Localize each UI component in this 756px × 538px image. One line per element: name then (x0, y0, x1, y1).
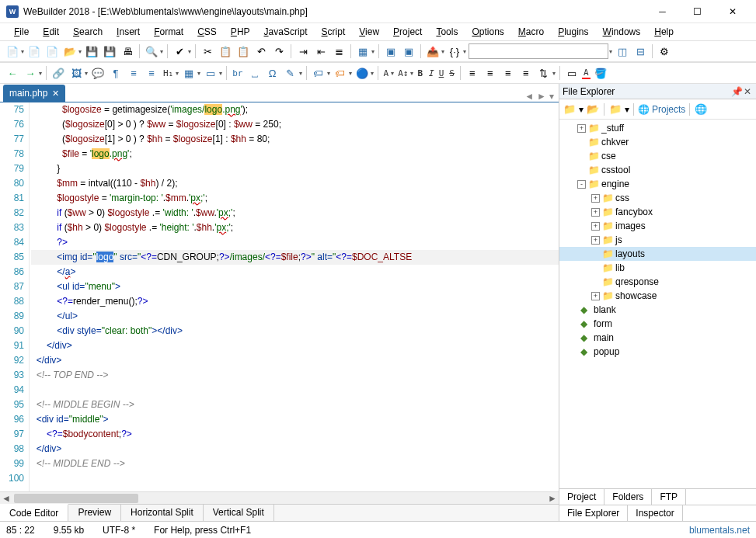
split-h-icon[interactable]: ◫ (615, 43, 630, 59)
code-editor[interactable]: 7576777879808182838485868788899091929394… (0, 102, 559, 491)
nbsp-icon[interactable]: ⎵ (247, 65, 263, 81)
folder-up-icon[interactable]: 📁 (563, 102, 577, 116)
side-tab-ftp[interactable]: FTP (652, 489, 686, 505)
upload-icon[interactable]: 📤 (425, 43, 441, 59)
menu-php[interactable]: PHP (225, 25, 256, 39)
tag-combo[interactable] (469, 43, 608, 59)
tree-folder-showcase[interactable]: +📁showcase (559, 289, 756, 303)
list-ul-icon[interactable]: ≡ (126, 65, 141, 81)
label2-icon[interactable]: 🏷 (333, 65, 348, 81)
mode-tab-code-editor[interactable]: Code Editor (0, 504, 68, 521)
font-a-icon[interactable]: A (382, 68, 391, 78)
forward-icon[interactable]: → (23, 65, 38, 81)
projects-button[interactable]: 🌐 Projects (638, 104, 685, 115)
new-icon[interactable]: 📄 (5, 43, 20, 59)
tree-folder-qresponse[interactable]: 📁qresponse (559, 275, 756, 289)
menu-options[interactable]: Options (465, 25, 510, 39)
close-button[interactable]: ✕ (715, 0, 750, 23)
align-justify-icon[interactable]: ≡ (518, 65, 534, 81)
tab-prev-icon[interactable]: ◄ (524, 91, 534, 102)
tree-folder-js[interactable]: +📁js (559, 233, 756, 247)
italic-icon[interactable]: I (427, 68, 435, 78)
side-tab-folders[interactable]: Folders (604, 489, 652, 505)
strike-icon[interactable]: S (448, 68, 456, 78)
menu-macro[interactable]: Macro (512, 25, 550, 39)
h-scrollbar[interactable]: ◄► (0, 491, 559, 504)
tree-file-form[interactable]: ◆form (559, 317, 756, 331)
comment-icon[interactable]: 💬 (90, 65, 106, 81)
mode-tab-horizontal-split[interactable]: Horizontal Split (121, 505, 204, 521)
minimize-button[interactable]: ─ (645, 0, 680, 23)
menu-edit[interactable]: Edit (37, 25, 65, 39)
folder-open-icon[interactable]: 📂 (586, 102, 600, 116)
back-icon[interactable]: ← (5, 65, 20, 81)
pilcrow-icon[interactable]: ¶ (108, 65, 124, 81)
tree-folder-cse[interactable]: 📁cse (559, 149, 756, 163)
folder-tree[interactable]: +📁_stuff📁chkver📁cse📁csstool-📁engine+📁css… (559, 120, 756, 488)
tab-next-icon[interactable]: ► (537, 91, 546, 102)
bookmark2-icon[interactable]: ▣ (401, 43, 416, 59)
indent-icon[interactable]: ⇥ (295, 43, 311, 59)
label-icon[interactable]: 🏷 (311, 65, 326, 81)
tree-folder-lib[interactable]: 📁lib (559, 261, 756, 275)
menu-search[interactable]: Search (67, 25, 109, 39)
fill-icon[interactable]: 🪣 (593, 65, 608, 81)
mode-tab-preview[interactable]: Preview (68, 505, 121, 521)
tab-main-php[interactable]: main.php ✕ (3, 85, 65, 102)
panel-close-icon[interactable]: ✕ (742, 86, 753, 97)
copy-icon[interactable]: 📋 (218, 43, 233, 59)
tab-list-icon[interactable]: ▾ (549, 91, 554, 102)
search-icon[interactable]: 🔍 (144, 43, 159, 59)
save-all-icon[interactable]: 💾 (102, 43, 117, 59)
settings-icon[interactable]: ⚙ (657, 43, 672, 59)
heading-label[interactable]: H₁ (162, 68, 175, 78)
cut-icon[interactable]: ✂ (200, 43, 215, 59)
align-right-icon[interactable]: ≡ (500, 65, 516, 81)
menu-css[interactable]: CSS (191, 25, 223, 39)
new-template-icon[interactable]: 📄 (26, 43, 42, 59)
menu-script[interactable]: Script (315, 25, 352, 39)
underline-icon[interactable]: U (437, 68, 446, 78)
save-icon[interactable]: 💾 (84, 43, 99, 59)
tree-folder-_stuff[interactable]: +📁_stuff (559, 121, 756, 135)
globe-icon[interactable]: 🌐 (694, 102, 708, 116)
bookmark-icon[interactable]: ▣ (383, 43, 399, 59)
tree-folder-css[interactable]: +📁css (559, 191, 756, 205)
menu-plugins[interactable]: Plugins (552, 25, 594, 39)
menu-file[interactable]: File (8, 25, 35, 39)
image-icon[interactable]: 🖼 (68, 65, 84, 81)
border-icon[interactable]: ▭ (564, 65, 580, 81)
table-icon[interactable]: ▦ (181, 65, 197, 81)
text-color-icon[interactable]: A (582, 68, 591, 79)
menu-help[interactable]: Help (648, 25, 680, 39)
form-icon[interactable]: ▭ (203, 65, 218, 81)
side-tab-inspector[interactable]: Inspector (628, 505, 682, 521)
tree-folder-csstool[interactable]: 📁csstool (559, 163, 756, 177)
open-icon[interactable]: 📂 (62, 43, 78, 59)
print-icon[interactable]: 🖶 (120, 43, 135, 59)
bold-icon[interactable]: B (416, 68, 424, 78)
browser-icon[interactable]: ▦ (355, 43, 371, 59)
menu-tools[interactable]: Tools (430, 25, 464, 39)
link-icon[interactable]: 🔗 (51, 65, 66, 81)
pin-icon[interactable]: 📌 (731, 86, 742, 97)
menu-windows[interactable]: Windows (597, 25, 647, 39)
align-center-icon[interactable]: ≡ (483, 65, 498, 81)
menu-insert[interactable]: Insert (110, 25, 146, 39)
tree-file-popup[interactable]: ◆popup (559, 345, 756, 359)
tree-file-blank[interactable]: ◆blank (559, 303, 756, 317)
menu-project[interactable]: Project (387, 25, 428, 39)
spellcheck-icon[interactable]: ✔ (172, 43, 187, 59)
split-v-icon[interactable]: ⊟ (632, 43, 648, 59)
new-css-icon[interactable]: 📄 (44, 43, 60, 59)
tree-folder-layouts[interactable]: 📁layouts (559, 247, 756, 261)
omega-icon[interactable]: Ω (265, 65, 280, 81)
status-link[interactable]: blumentals.net (689, 525, 750, 536)
tag-icon[interactable]: ✎ (283, 65, 298, 81)
maximize-button[interactable]: ☐ (680, 0, 715, 23)
mode-tab-vertical-split[interactable]: Vertical Split (204, 505, 274, 521)
font-size-icon[interactable]: A↕ (396, 68, 409, 78)
tab-close-icon[interactable]: ✕ (52, 89, 59, 99)
line-height-icon[interactable]: ⇅ (536, 65, 552, 81)
tree-file-main[interactable]: ◆main (559, 331, 756, 345)
